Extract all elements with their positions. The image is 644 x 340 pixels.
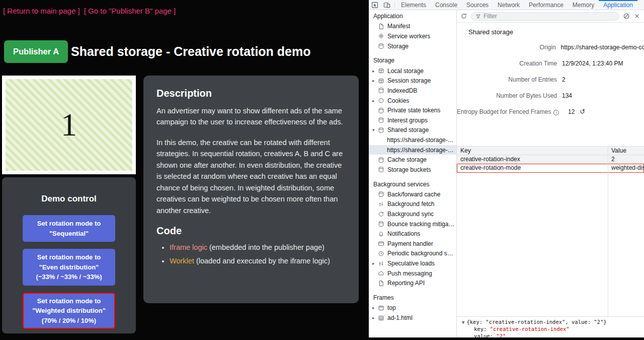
chevron-right-icon[interactable]: ▸ — [372, 261, 378, 266]
property-name: key — [474, 326, 484, 332]
database-icon — [378, 117, 384, 123]
sidebar-item-service-workers[interactable]: Service workers — [369, 31, 456, 41]
sidebar-item-storage[interactable]: Storage — [369, 41, 456, 51]
toolbar-separator — [394, 2, 395, 8]
tab-network[interactable]: Network — [493, 0, 524, 10]
publisher-page: [ Return to main page ] [ Go to "Publish… — [0, 0, 369, 340]
tab-elements[interactable]: Elements — [396, 0, 431, 10]
chevron-right-icon[interactable]: ▸ — [372, 98, 378, 103]
ad-creative: 1 — [6, 79, 132, 171]
reset-budget-icon[interactable]: ↺ — [580, 108, 585, 115]
sidebar-section-frames: Frames — [369, 293, 456, 303]
chevron-right-icon[interactable]: ▸ — [372, 305, 378, 310]
sidebar-item-https-shared-storage-d[interactable]: https://shared-storage-d… — [369, 145, 456, 155]
sidebar-item-shared-storage[interactable]: ▾Shared storage — [369, 125, 456, 135]
sidebar-item-label: Cookies — [387, 97, 409, 104]
meta-value: 134 — [562, 92, 572, 100]
meta-label: Number of Entries — [457, 76, 557, 84]
sidebar-item-session-storage[interactable]: ▸Session storage — [369, 76, 456, 86]
publisher-b-link[interactable]: [ Go to "Publisher B" page ] — [84, 7, 176, 15]
sidebar-item-label: Manifest — [387, 23, 410, 30]
sidebar-item-https-shared-storage-d[interactable]: https://shared-storage-d… — [369, 135, 456, 145]
sidebar-item-ad-1-html[interactable]: ▸ad-1.html — [369, 313, 456, 323]
sidebar-item-label: Payment handler — [387, 240, 433, 247]
sidebar-item-label: Periodic background s… — [387, 250, 453, 257]
meta-label: Entropy Budget for Fenced Framesi — [457, 108, 557, 116]
sidebar-item-label: Interest groups — [387, 117, 428, 124]
code-link-iframe-logic[interactable]: Iframe logic — [170, 243, 207, 251]
cell-key: creative-rotation-index — [457, 155, 608, 164]
code-link-worklet[interactable]: Worklet — [170, 257, 194, 265]
panel-title: Shared storage — [468, 28, 513, 36]
inspect-icon — [371, 2, 378, 9]
rotation-mode-button-3[interactable]: Set rotation mode to"Weighted distributi… — [23, 293, 115, 329]
sidebar-item-storage-buckets[interactable]: Storage buckets — [369, 165, 456, 175]
sidebar-item-cache-storage[interactable]: Cache storage — [369, 155, 456, 165]
filter-input[interactable]: Filter — [471, 12, 619, 21]
table-row-creative-rotation-mode[interactable]: creative-rotation-mode weighted-distribu… — [457, 164, 644, 173]
sidebar-item-label: https://shared-storage-d… — [387, 147, 456, 154]
sidebar-section-application: Application — [369, 12, 456, 22]
sidebar-item-cookies[interactable]: ▸Cookies — [369, 96, 456, 106]
return-main-link[interactable]: [ Return to main page ] — [3, 7, 80, 15]
preview-properties: key: "creative-rotation-index"value: "2" — [457, 326, 644, 337]
info-icon[interactable]: i — [553, 110, 559, 115]
tab-performance[interactable]: Performance — [524, 0, 568, 10]
rotation-mode-button-1[interactable]: Set rotation mode to"Sequential" — [23, 215, 115, 242]
tab-memory[interactable]: Memory — [568, 0, 599, 10]
table-row-creative-rotation-index[interactable]: creative-rotation-index 2 — [457, 155, 644, 164]
sidebar-item-notifications[interactable]: Notifications — [369, 229, 456, 239]
refresh-icon[interactable] — [460, 13, 467, 20]
sidebar-item-bounce-tracking-mitiga[interactable]: Bounce tracking mitiga… — [369, 219, 456, 229]
button-line: "Weighted distribution" — [25, 306, 113, 316]
sidebar-item-background-fetch[interactable]: Background fetch — [369, 199, 456, 210]
entry-preview-pane: ▼{key: "creative-rotation-index", value:… — [457, 316, 644, 337]
sidebar-item-private-state-tokens[interactable]: Private state tokens — [369, 105, 456, 115]
tab-application[interactable]: Application — [599, 0, 637, 10]
sidebar-item-local-storage[interactable]: ▸Local storage — [369, 66, 456, 76]
filter-funnel-icon — [475, 14, 481, 19]
sidebar-item-manifest[interactable]: Manifest — [369, 22, 456, 32]
document-icon — [378, 23, 384, 30]
meta-label: Number of Bytes Used — [457, 92, 557, 100]
meta-row-creation-time: Creation Time 12/9/2024, 1:23:40 PM — [457, 59, 644, 67]
chevron-right-icon[interactable]: ▸ — [372, 315, 378, 320]
database-icon — [378, 221, 384, 227]
sidebar-item-label: Push messaging — [387, 270, 432, 277]
sidebar-item-indexeddb[interactable]: IndexedDB — [369, 86, 456, 96]
sidebar-item-top[interactable]: ▸top — [369, 303, 456, 313]
sidebar-item-reporting-api[interactable]: Reporting API — [369, 278, 456, 288]
device-toolbar-button[interactable] — [381, 0, 393, 10]
sidebar-item-payment-handler[interactable]: Payment handler — [369, 239, 456, 249]
preview-summary-row[interactable]: ▼{key: "creative-rotation-index", value:… — [457, 318, 644, 326]
fetch-icon — [378, 201, 384, 208]
rotation-mode-button-2[interactable]: Set rotation mode to"Even distribution"(… — [23, 249, 115, 286]
sync-icon — [378, 211, 384, 218]
chevron-right-icon[interactable]: ▸ — [372, 69, 378, 74]
sidebar-item-interest-groups[interactable]: Interest groups — [369, 115, 456, 125]
chevron-down-icon[interactable]: ▼ — [462, 320, 464, 325]
inspect-element-button[interactable] — [369, 0, 381, 10]
column-header-key[interactable]: Key — [457, 147, 608, 155]
clear-icon[interactable] — [623, 13, 630, 20]
table-column-divider — [608, 146, 608, 316]
button-line: (~33% / ~33% / ~33%) — [25, 272, 113, 282]
close-icon[interactable] — [633, 13, 640, 20]
cloud-icon — [378, 270, 384, 277]
sidebar-item-push-messaging[interactable]: Push messaging — [369, 268, 456, 279]
meta-label: Origin — [457, 43, 556, 51]
sidebar-item-background-sync[interactable]: Background sync — [369, 209, 456, 219]
grid-icon — [378, 78, 384, 84]
tab-console[interactable]: Console — [431, 0, 462, 10]
description-paragraph-2: In this demo, the creative can be rotate… — [156, 137, 346, 216]
tab-sources[interactable]: Sources — [462, 0, 493, 10]
chevron-right-icon[interactable]: ▸ — [372, 78, 378, 83]
chevron-down-icon[interactable]: ▾ — [372, 127, 378, 132]
column-header-value[interactable]: Value — [608, 147, 644, 155]
sidebar-item-label: IndexedDB — [387, 87, 417, 94]
devtools: ElementsConsoleSourcesNetworkPerformance… — [369, 0, 644, 337]
sidebar-item-periodic-background-s[interactable]: Periodic background s… — [369, 249, 456, 259]
sidebar-item-speculative-loads[interactable]: ▸Speculative loads — [369, 258, 456, 268]
sidebar-item-back-forward-cache[interactable]: Back/forward cache — [369, 189, 456, 199]
sidebar-item-label: Cache storage — [387, 156, 427, 163]
